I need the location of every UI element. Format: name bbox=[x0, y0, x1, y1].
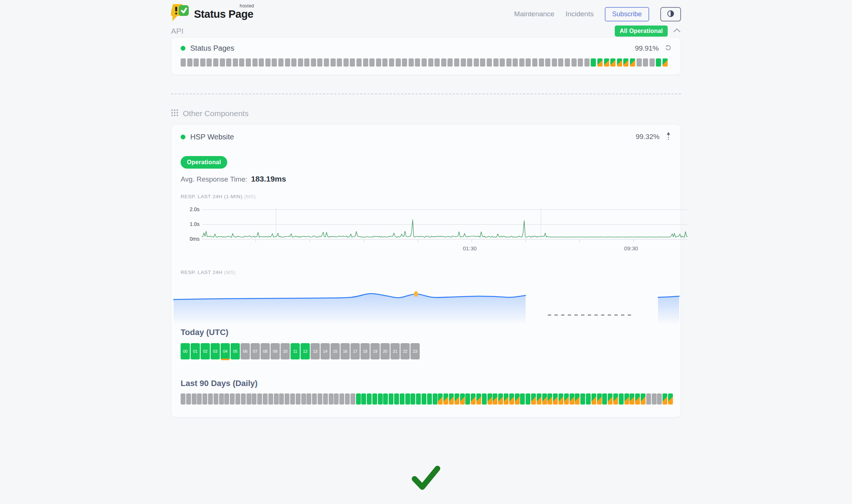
uptime-bar bbox=[220, 58, 225, 67]
uptime-bar bbox=[545, 58, 550, 67]
hour-block: 13 bbox=[311, 343, 320, 359]
uptime-bar bbox=[272, 58, 277, 67]
uptime-bar bbox=[246, 58, 251, 67]
day-bar bbox=[252, 393, 256, 405]
nav-maintenance[interactable]: Maintenance bbox=[514, 10, 554, 18]
hour-block: 12 bbox=[301, 343, 310, 359]
hour-block: 11 bbox=[291, 343, 300, 359]
day-bar bbox=[356, 393, 361, 405]
day-bar bbox=[372, 393, 377, 405]
uptime-bar bbox=[298, 58, 303, 67]
nav-incidents[interactable]: Incidents bbox=[566, 10, 594, 18]
day-bar bbox=[613, 393, 618, 405]
section-title-other-components: Other Components bbox=[183, 109, 248, 118]
uptime-bar bbox=[252, 58, 258, 67]
uptime-bar bbox=[454, 58, 459, 67]
uptime-bar-strip bbox=[181, 58, 671, 67]
uptime-bar bbox=[447, 58, 453, 67]
day-bar bbox=[202, 393, 207, 405]
y-axis-tick: 0ms bbox=[182, 236, 199, 242]
day-bar bbox=[224, 393, 229, 405]
day-bar bbox=[454, 393, 459, 405]
uptime-bar bbox=[597, 58, 603, 67]
arrow-up-icon[interactable] bbox=[665, 132, 671, 142]
uptime-bar bbox=[259, 58, 264, 67]
uptime-bar bbox=[376, 58, 381, 67]
day-bar bbox=[443, 393, 448, 405]
hour-block: 23 bbox=[410, 343, 420, 359]
header-nav: Maintenance Incidents Subscribe bbox=[514, 7, 681, 21]
day-bar bbox=[668, 393, 673, 405]
day-bar bbox=[465, 393, 470, 405]
day-bar bbox=[580, 393, 585, 405]
uptime-bar bbox=[617, 58, 622, 67]
day-bar bbox=[274, 393, 279, 405]
day-bar bbox=[553, 393, 558, 405]
operational-status-badge: Operational bbox=[181, 156, 227, 169]
day-bar bbox=[378, 393, 383, 405]
uptime-bar bbox=[435, 58, 440, 67]
day-bar bbox=[208, 393, 213, 405]
day-bar bbox=[482, 393, 487, 405]
logo[interactable]: Status Page hosted bbox=[171, 4, 254, 24]
refresh-icon[interactable] bbox=[665, 44, 671, 53]
day-bar bbox=[504, 393, 509, 405]
uptime-bar bbox=[428, 58, 433, 67]
api-component-card: Status Pages 99.91% bbox=[171, 37, 681, 75]
hour-block: 06 bbox=[241, 343, 250, 359]
subscribe-button[interactable]: Subscribe bbox=[605, 7, 649, 21]
uptime-bar bbox=[441, 58, 446, 67]
day-bar bbox=[405, 393, 410, 405]
uptime-bar bbox=[480, 58, 485, 67]
resp-1min-caption: RESP. LAST 24H (1-MIN) (MS) bbox=[171, 194, 681, 199]
y-axis-tick: 2.0s bbox=[182, 206, 199, 212]
hour-block: 01 bbox=[191, 343, 200, 359]
day-bar bbox=[285, 393, 289, 405]
uptime-bar bbox=[317, 58, 322, 67]
uptime-bar bbox=[663, 58, 668, 67]
uptime-bar bbox=[369, 58, 375, 67]
uptime-bar bbox=[304, 58, 309, 67]
day-bar bbox=[400, 393, 405, 405]
day-bar bbox=[526, 393, 530, 405]
uptime-bar bbox=[356, 58, 362, 67]
uptime-bar bbox=[656, 58, 661, 67]
uptime-bar bbox=[181, 58, 186, 67]
chevron-up-icon[interactable] bbox=[673, 28, 681, 34]
uptime-bar bbox=[337, 58, 342, 67]
uptime-bar bbox=[467, 58, 472, 67]
hour-block: 17 bbox=[350, 343, 360, 359]
uptime-bar bbox=[200, 58, 205, 67]
day-bar bbox=[345, 393, 350, 405]
uptime-bar bbox=[643, 58, 648, 67]
hour-block: 05 bbox=[231, 343, 240, 359]
day-bar bbox=[257, 393, 262, 405]
hour-block: 21 bbox=[390, 343, 400, 359]
day-bar bbox=[318, 393, 322, 405]
uptime-bar bbox=[350, 58, 355, 67]
day-bar bbox=[306, 393, 311, 405]
day-bar bbox=[608, 393, 613, 405]
uptime-bar bbox=[291, 58, 296, 67]
hour-block: 19 bbox=[370, 343, 380, 359]
uptime-bar bbox=[422, 58, 427, 67]
uptime-bar bbox=[493, 58, 499, 67]
day-bar bbox=[559, 393, 563, 405]
uptime-bar bbox=[623, 58, 628, 67]
today-hour-blocks: 0001020304050607080910111213141516171819… bbox=[171, 343, 681, 359]
response-trend-chart bbox=[171, 288, 681, 325]
uptime-bar bbox=[584, 58, 590, 67]
uptime-bar bbox=[311, 58, 316, 67]
uptime-bar bbox=[389, 58, 394, 67]
hour-block: 09 bbox=[271, 343, 280, 359]
day-bar bbox=[268, 393, 273, 405]
uptime-bar bbox=[604, 58, 609, 67]
hour-block: 15 bbox=[331, 343, 340, 359]
day-bar bbox=[323, 393, 328, 405]
day-bar bbox=[197, 393, 202, 405]
theme-toggle-button[interactable] bbox=[660, 7, 681, 21]
uptime-bar bbox=[409, 58, 414, 67]
uptime-bar bbox=[382, 58, 388, 67]
uptime-bar bbox=[474, 58, 479, 67]
day-bar bbox=[591, 393, 596, 405]
